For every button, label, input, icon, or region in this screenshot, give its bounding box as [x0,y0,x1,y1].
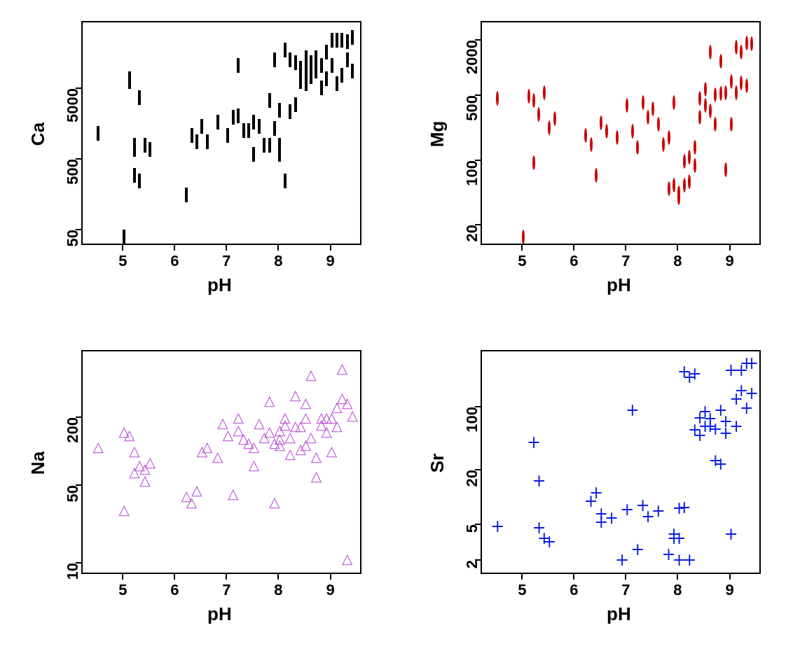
data-point [278,139,281,152]
x-tick-label: 7 [621,252,630,270]
data-point [735,87,738,99]
data-point: △ [145,457,156,470]
plot-area [81,21,361,245]
plot-area: ++++++++++++++++++++++++++++++++++++++++… [481,350,761,574]
data-point: △ [285,449,296,461]
x-tick-label: 8 [274,252,282,270]
data-point [294,99,297,111]
data-point: + [682,554,696,568]
data-point [724,164,727,176]
data-point [694,141,696,154]
y-tick-label: 200 [64,417,82,443]
data-point [331,59,333,72]
data-point: △ [326,446,337,458]
data-point [258,120,261,133]
data-point: + [714,458,728,472]
x-tick-label: 9 [725,581,733,599]
x-axis-label: pH [207,274,232,296]
x-tick-label: 5 [518,581,526,599]
data-point [704,99,707,112]
data-point [294,57,297,69]
y-tick-label: 50 [64,485,82,502]
data-point: △ [305,370,316,382]
y-tick-label: 5 [463,524,481,533]
data-point [138,92,141,104]
data-point: △ [249,442,259,454]
data-point [320,59,323,72]
data-point: + [677,503,691,516]
data-point: △ [223,430,233,442]
data-point [226,130,229,142]
x-tick-label: 7 [621,581,630,599]
data-point [305,52,308,64]
y-tick-label: 2 [463,560,481,568]
data-point [698,92,701,105]
data-point: △ [301,412,311,425]
x-tick-label: 6 [570,581,578,599]
data-point [299,76,302,88]
plot-area [481,21,761,245]
x-tick-label: 9 [725,252,733,270]
data-point [740,77,743,90]
data-point [191,130,193,142]
data-point: △ [269,497,280,510]
data-points [482,22,759,244]
data-point [216,116,219,129]
data-point [605,125,608,138]
data-point [289,54,291,66]
y-tick-label: 100 [463,407,481,433]
data-point [548,122,551,134]
data-point: + [589,488,603,501]
data-point: △ [139,475,150,488]
data-point: △ [124,430,134,442]
y-tick-label: 10 [64,563,82,580]
x-tick-label: 9 [326,252,334,270]
y-tick-label: 20 [463,225,481,241]
data-point [351,65,354,78]
y-tick-label: 100 [463,160,481,186]
data-point [237,59,240,72]
data-point [714,118,717,131]
data-point [200,120,203,133]
data-point [584,130,587,142]
data-point [688,151,691,164]
x-tick-label: 5 [518,252,526,270]
data-point [616,132,619,144]
data-point [730,118,733,131]
data-point [553,113,556,125]
data-point [714,89,717,102]
x-tick-label: 9 [326,581,334,599]
data-point: △ [264,396,275,408]
data-point [315,65,317,78]
x-axis-label: pH [207,603,232,625]
data-point [668,132,670,144]
data-point: △ [119,505,130,517]
data-point [590,139,593,151]
y-tick-label: 2000 [463,40,481,74]
data-point [185,189,188,202]
data-point [247,125,250,137]
data-point [252,148,255,161]
data-point [97,127,99,140]
data-point: + [724,528,738,542]
y-tick-label: 20 [463,470,481,486]
data-point [740,46,743,59]
data-point: + [651,505,665,519]
data-point: + [672,533,686,546]
data-point [647,111,649,124]
data-point: + [740,403,754,416]
data-point [133,139,136,152]
data-point: + [745,358,759,371]
data-point [683,155,686,168]
data-point: △ [337,363,347,376]
data-point: + [745,388,759,401]
y-tick-label: 5000 [64,88,82,122]
data-point [672,179,675,192]
data-point: △ [228,489,238,501]
data-point [128,73,131,85]
data-point [340,69,343,82]
x-tick-label: 7 [222,252,230,270]
data-point [232,111,235,124]
data-point [642,97,644,109]
data-point: △ [186,497,197,510]
